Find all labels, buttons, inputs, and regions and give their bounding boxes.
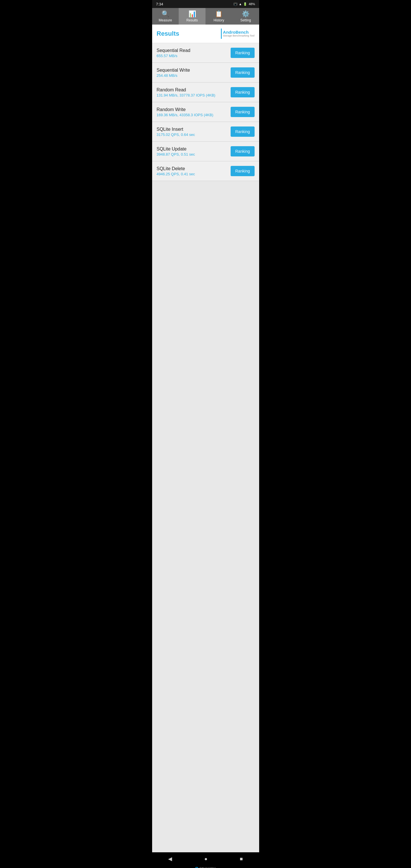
battery-icon: 🔋	[243, 2, 247, 6]
result-name: SQLite Update	[157, 147, 231, 152]
result-name: Sequential Write	[157, 68, 231, 73]
result-value: 655.57 MB/s	[157, 54, 231, 58]
result-value: 169.36 MB/s, 43358.3 IOPS (4KB)	[157, 113, 231, 117]
result-row: Random Read131.94 MB/s, 33778.37 IOPS (4…	[152, 83, 259, 102]
content-area: Results AndroBench Storage Benchmarking …	[152, 25, 259, 852]
result-value: 4946.25 QPS, 0.41 sec	[157, 172, 231, 176]
result-info: Random Write169.36 MB/s, 43358.3 IOPS (4…	[157, 107, 231, 117]
watermark-text: @数码闲聊站	[199, 867, 216, 868]
logo-bar	[221, 29, 222, 39]
result-row: SQLite Delete4946.25 QPS, 0.41 secRankin…	[152, 161, 259, 181]
result-row: SQLite Update3948.87 QPS, 0.51 secRankin…	[152, 142, 259, 161]
status-bar: 7:34 📳 ▲ 🔋 48%	[152, 0, 259, 8]
result-value: 254.48 MB/s	[157, 73, 231, 78]
result-row: Sequential Write254.48 MB/sRanking	[152, 63, 259, 83]
logo-sub: Storage Benchmarking Tool	[223, 35, 254, 37]
result-row: Sequential Read655.57 MB/sRanking	[152, 43, 259, 63]
result-row: SQLite Insert3175.02 QPS, 0.64 secRankin…	[152, 122, 259, 142]
tab-results-label: Results	[186, 18, 198, 22]
weibo-icon: 🌐	[195, 867, 199, 868]
bottom-nav: ◀ ● ■	[152, 852, 259, 866]
tab-setting[interactable]: ⚙️ Setting	[232, 8, 259, 25]
result-info: SQLite Update3948.87 QPS, 0.51 sec	[157, 147, 231, 156]
tab-bar: 🔍 Measure 📊 Results 📋 History ⚙️ Setting	[152, 8, 259, 25]
wifi-icon: ▲	[239, 2, 242, 6]
result-name: SQLite Insert	[157, 127, 231, 132]
results-header: Results AndroBench Storage Benchmarking …	[152, 25, 259, 43]
result-info: SQLite Insert3175.02 QPS, 0.64 sec	[157, 127, 231, 137]
tab-history-label: History	[214, 18, 224, 22]
ranking-button[interactable]: Ranking	[231, 87, 254, 97]
result-value: 131.94 MB/s, 33778.37 IOPS (4KB)	[157, 93, 231, 97]
tab-history[interactable]: 📋 History	[205, 8, 232, 25]
logo-brand2: Bench	[235, 30, 249, 35]
result-info: SQLite Delete4946.25 QPS, 0.41 sec	[157, 166, 231, 176]
battery-level: 48%	[249, 2, 255, 6]
ranking-button[interactable]: Ranking	[231, 67, 254, 78]
tab-setting-label: Setting	[240, 18, 251, 22]
result-name: Sequential Read	[157, 48, 231, 53]
home-button[interactable]: ●	[199, 855, 213, 863]
result-info: Sequential Write254.48 MB/s	[157, 68, 231, 78]
vibrate-icon: 📳	[233, 2, 238, 6]
result-row: Random Write169.36 MB/s, 43358.3 IOPS (4…	[152, 102, 259, 122]
result-value: 3175.02 QPS, 0.64 sec	[157, 132, 231, 137]
result-value: 3948.87 QPS, 0.51 sec	[157, 152, 231, 156]
recent-button[interactable]: ■	[234, 855, 249, 863]
ranking-button[interactable]: Ranking	[231, 48, 254, 58]
status-icons: 📳 ▲ 🔋 48%	[233, 2, 255, 6]
ranking-button[interactable]: Ranking	[231, 146, 254, 156]
result-name: Random Write	[157, 107, 231, 112]
result-info: Sequential Read655.57 MB/s	[157, 48, 231, 58]
history-icon: 📋	[215, 11, 223, 17]
measure-icon: 🔍	[162, 11, 169, 17]
results-icon: 📊	[188, 11, 196, 17]
result-name: Random Read	[157, 87, 231, 93]
ranking-button[interactable]: Ranking	[231, 107, 254, 117]
watermark: 🌐 @数码闲聊站	[152, 866, 259, 868]
androbench-logo: AndroBench Storage Benchmarking Tool	[221, 29, 254, 39]
back-button[interactable]: ◀	[162, 855, 178, 863]
ranking-button[interactable]: Ranking	[231, 126, 254, 137]
tab-measure-label: Measure	[159, 18, 172, 22]
ranking-button[interactable]: Ranking	[231, 166, 254, 176]
setting-icon: ⚙️	[242, 11, 249, 17]
tab-results[interactable]: 📊 Results	[179, 8, 205, 25]
result-list: Sequential Read655.57 MB/sRankingSequent…	[152, 43, 259, 181]
status-time: 7:34	[156, 2, 163, 6]
logo-brand1: Andro	[223, 30, 235, 35]
logo-text-block: AndroBench Storage Benchmarking Tool	[223, 30, 254, 37]
logo-name: AndroBench	[223, 30, 254, 35]
result-info: Random Read131.94 MB/s, 33778.37 IOPS (4…	[157, 87, 231, 97]
page-title: Results	[157, 30, 179, 37]
tab-measure[interactable]: 🔍 Measure	[152, 8, 179, 25]
result-name: SQLite Delete	[157, 166, 231, 171]
